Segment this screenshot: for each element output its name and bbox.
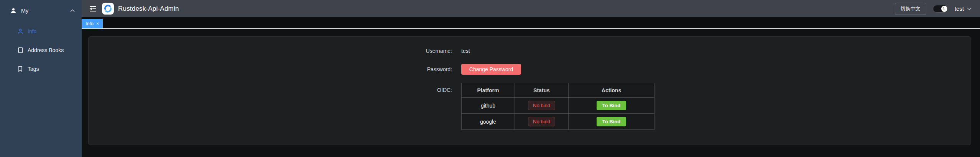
platform-cell: github bbox=[462, 98, 515, 114]
username-label: Username: bbox=[395, 45, 457, 57]
table-row: github No bind To Bind bbox=[462, 98, 654, 114]
menu-fold-icon bbox=[89, 5, 97, 13]
user-outline-icon bbox=[17, 28, 23, 34]
column-header-platform: Platform bbox=[462, 83, 515, 98]
tab-label: Info bbox=[86, 21, 94, 26]
chevron-up-icon bbox=[70, 9, 75, 12]
sidebar-group-my[interactable]: My bbox=[0, 3, 82, 18]
to-bind-button[interactable]: To Bind bbox=[597, 101, 626, 110]
user-info-form: Username: test Password: Change Password… bbox=[395, 45, 654, 130]
chevron-down-icon bbox=[967, 7, 972, 10]
tab-close-icon[interactable]: × bbox=[96, 21, 99, 26]
user-dropdown[interactable]: test bbox=[955, 5, 972, 12]
sidebar-item-info[interactable]: Info bbox=[0, 22, 82, 41]
status-cell: No bind bbox=[515, 98, 569, 114]
oidc-table: Platform Status Actions github No bind bbox=[461, 83, 654, 130]
password-row: Password: Change Password bbox=[395, 64, 654, 75]
bookmark-icon bbox=[17, 66, 23, 72]
username-value: test bbox=[461, 45, 470, 57]
main-content: Username: test Password: Change Password… bbox=[82, 29, 980, 157]
user-filled-icon bbox=[10, 8, 16, 14]
column-header-status: Status bbox=[515, 83, 569, 98]
rustdesk-logo bbox=[102, 3, 114, 15]
header-actions: 切换中文 ☾ test bbox=[895, 3, 972, 15]
platform-cell: google bbox=[462, 114, 515, 130]
sidebar-menu: Info Address Books Tags bbox=[0, 22, 82, 78]
column-header-actions: Actions bbox=[569, 83, 654, 98]
sidebar-item-address-books[interactable]: Address Books bbox=[0, 41, 82, 59]
status-cell: No bind bbox=[515, 114, 569, 130]
status-badge: No bind bbox=[528, 101, 555, 110]
sidebar-group-label: My bbox=[21, 8, 28, 14]
tabs-bar: Info × bbox=[82, 17, 980, 29]
app-root: Rustdesk-Api-Admin 切换中文 ☾ test My bbox=[0, 0, 980, 157]
rustdesk-logo-icon bbox=[104, 4, 112, 13]
username-row: Username: test bbox=[395, 45, 654, 57]
sidebar-item-label: Tags bbox=[28, 66, 39, 72]
table-header-row: Platform Status Actions bbox=[462, 83, 654, 98]
change-password-button[interactable]: Change Password bbox=[461, 64, 521, 75]
moon-icon: ☾ bbox=[941, 6, 947, 12]
sidebar-item-tags[interactable]: Tags bbox=[0, 59, 82, 78]
table-row: google No bind To Bind bbox=[462, 114, 654, 130]
address-book-icon bbox=[17, 47, 23, 53]
tab-info[interactable]: Info × bbox=[82, 19, 103, 28]
sidebar: My Info bbox=[0, 0, 82, 157]
password-label: Password: bbox=[395, 64, 457, 75]
app-header: Rustdesk-Api-Admin 切换中文 ☾ test bbox=[82, 0, 980, 17]
sidebar-item-label: Info bbox=[28, 28, 36, 34]
actions-cell: To Bind bbox=[569, 98, 654, 114]
switch-language-button[interactable]: 切换中文 bbox=[895, 3, 926, 15]
actions-cell: To Bind bbox=[569, 114, 654, 130]
user-name: test bbox=[955, 5, 964, 12]
to-bind-button[interactable]: To Bind bbox=[597, 117, 626, 126]
oidc-row: OIDC: Platform Status Actions bbox=[395, 83, 654, 130]
oidc-label: OIDC: bbox=[395, 83, 457, 98]
sidebar-item-label: Address Books bbox=[28, 47, 64, 53]
info-card: Username: test Password: Change Password… bbox=[88, 36, 971, 145]
status-badge: No bind bbox=[528, 117, 555, 126]
dark-mode-toggle[interactable]: ☾ bbox=[933, 5, 948, 13]
page-title: Rustdesk-Api-Admin bbox=[118, 5, 179, 13]
sidebar-fold-icon[interactable] bbox=[87, 3, 99, 14]
